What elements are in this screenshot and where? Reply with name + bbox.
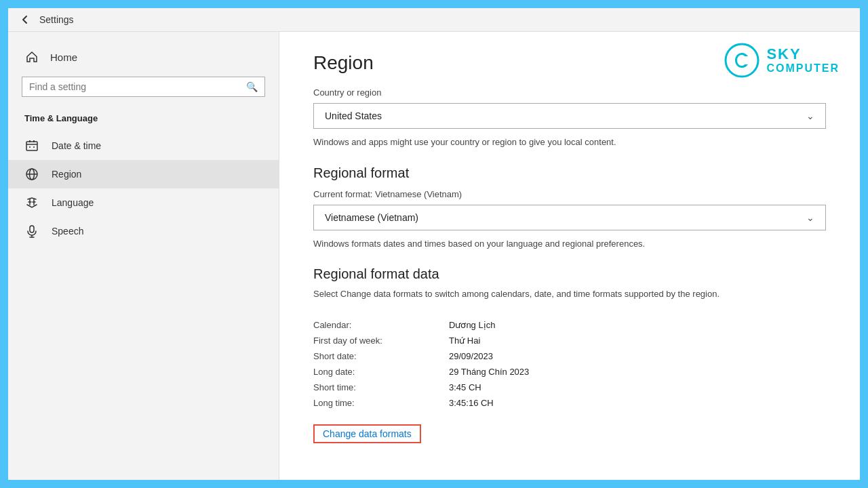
- table-row: Short time:3:45 CH: [313, 380, 826, 395]
- format-data-description: Select Change data formats to switch amo…: [313, 287, 826, 301]
- date-time-icon: [24, 138, 39, 153]
- sidebar-item-language[interactable]: Language: [8, 188, 279, 217]
- search-input[interactable]: [29, 81, 241, 92]
- row-value: 3:45:16 CH: [449, 398, 494, 408]
- sidebar-item-speech[interactable]: Speech: [8, 217, 279, 245]
- table-row: Long date:29 Tháng Chín 2023: [313, 364, 826, 380]
- region-icon: [24, 167, 39, 182]
- row-label: Long date:: [313, 367, 422, 377]
- row-value: 29 Tháng Chín 2023: [449, 367, 529, 377]
- row-value: 29/09/2023: [449, 351, 493, 361]
- sidebar: Home 🔍 Time & Language: [8, 32, 279, 480]
- row-value: Dương Lịch: [449, 320, 495, 330]
- country-description: Windows and apps might use your country …: [313, 136, 826, 149]
- svg-rect-9: [30, 226, 34, 232]
- sidebar-item-date-time[interactable]: Date & time: [8, 131, 279, 160]
- window-title: Settings: [39, 14, 74, 25]
- format-value: Vietnamese (Vietnam): [325, 212, 418, 223]
- search-box[interactable]: 🔍: [22, 77, 265, 97]
- home-label: Home: [50, 52, 77, 63]
- row-label: Long time:: [313, 398, 422, 408]
- change-formats-link[interactable]: Change data formats: [313, 424, 421, 443]
- row-label: Calendar:: [313, 320, 422, 330]
- table-row: Calendar:Dương Lịch: [313, 317, 826, 333]
- search-icon: 🔍: [246, 81, 258, 92]
- main-content: SKY COMPUTER Region Country or region Un…: [279, 32, 860, 480]
- region-label: Region: [52, 169, 81, 180]
- sidebar-home[interactable]: Home: [8, 43, 279, 71]
- section-header: Time & Language: [8, 108, 279, 129]
- svg-rect-0: [26, 142, 37, 150]
- country-value: United States: [325, 110, 382, 121]
- content-area: Home 🔍 Time & Language: [8, 32, 860, 480]
- home-icon: [24, 49, 39, 64]
- language-icon: [24, 195, 39, 210]
- brand-text: SKY COMPUTER: [766, 46, 840, 75]
- brand-icon-svg: [724, 43, 760, 78]
- format-description: Windows formats dates and times based on…: [313, 237, 826, 251]
- sidebar-item-region[interactable]: Region: [8, 160, 279, 188]
- data-table: Calendar:Dương LịchFirst day of week:Thứ…: [313, 317, 826, 411]
- country-chevron-icon: ⌄: [806, 110, 814, 121]
- row-label: First day of week:: [313, 336, 422, 346]
- row-value: 3:45 CH: [449, 382, 481, 392]
- date-time-label: Date & time: [52, 140, 101, 151]
- row-value: Thứ Hai: [449, 336, 480, 346]
- brand-logo: SKY COMPUTER: [724, 43, 840, 78]
- back-button[interactable]: [19, 14, 31, 26]
- svg-rect-3: [33, 140, 35, 142]
- speech-icon: [24, 224, 39, 239]
- current-format-label: Current format: Vietnamese (Vietnam): [313, 189, 826, 199]
- table-row: First day of week:Thứ Hai: [313, 333, 826, 348]
- speech-label: Speech: [52, 226, 83, 237]
- row-label: Short date:: [313, 351, 422, 361]
- language-label: Language: [52, 197, 94, 208]
- brand-computer: COMPUTER: [766, 62, 840, 75]
- title-bar: Settings: [8, 8, 860, 32]
- regional-format-data-title: Regional format data: [313, 266, 826, 282]
- table-row: Long time:3:45:16 CH: [313, 395, 826, 411]
- settings-window: Settings Home 🔍 Time & Language: [7, 7, 861, 481]
- table-row: Short date:29/09/2023: [313, 348, 826, 364]
- svg-point-4: [29, 146, 31, 148]
- svg-rect-2: [29, 140, 31, 142]
- format-chevron-icon: ⌄: [806, 212, 814, 223]
- country-label: Country or region: [313, 87, 826, 98]
- brand-sky: SKY: [766, 46, 840, 62]
- country-dropdown[interactable]: United States ⌄: [313, 103, 826, 129]
- format-dropdown[interactable]: Vietnamese (Vietnam) ⌄: [313, 205, 826, 230]
- row-label: Short time:: [313, 382, 422, 392]
- svg-point-12: [726, 44, 758, 77]
- svg-point-5: [33, 146, 35, 148]
- regional-format-title: Regional format: [313, 165, 826, 181]
